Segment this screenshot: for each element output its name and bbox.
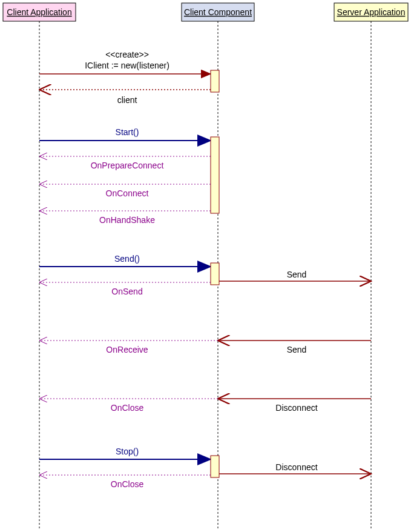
participant-label: Client Application xyxy=(7,7,71,17)
activation-create xyxy=(211,70,219,92)
participant-client-application: Client Application xyxy=(3,3,76,21)
onprepare-label: OnPrepareConnect xyxy=(91,161,164,170)
activation-start xyxy=(211,137,219,213)
disconnect-label-1: Disconnect xyxy=(275,403,317,413)
onreceive-label: OnReceive xyxy=(106,345,148,354)
server-send-label: Send xyxy=(287,345,307,354)
onconnect-label: OnConnect xyxy=(106,188,149,198)
disconnect-label-2: Disconnect xyxy=(275,462,317,472)
participant-label: Client Component xyxy=(184,7,252,17)
start-label: Start() xyxy=(116,127,139,137)
send-net-label: Send xyxy=(287,270,307,279)
onsend-label: OnSend xyxy=(111,287,142,296)
stop-label: Stop() xyxy=(116,447,139,456)
activation-send xyxy=(211,263,219,285)
create-return-label: client xyxy=(117,95,137,105)
send-label: Send() xyxy=(114,254,140,264)
participant-server-application: Server Application xyxy=(334,3,408,21)
onclose-label-2: OnClose xyxy=(111,479,144,489)
onhandshake-label: OnHandShake xyxy=(99,215,155,225)
participant-client-component: Client Component xyxy=(182,3,254,21)
create-call-label: IClient := new(listener) xyxy=(85,61,169,70)
sequence-diagram: Client Application Client Component Serv… xyxy=(0,0,411,532)
onclose-label-1: OnClose xyxy=(111,403,144,413)
participant-label: Server Application xyxy=(337,7,406,17)
activation-stop xyxy=(211,456,219,477)
create-stereotype-label: <<create>> xyxy=(105,50,149,59)
